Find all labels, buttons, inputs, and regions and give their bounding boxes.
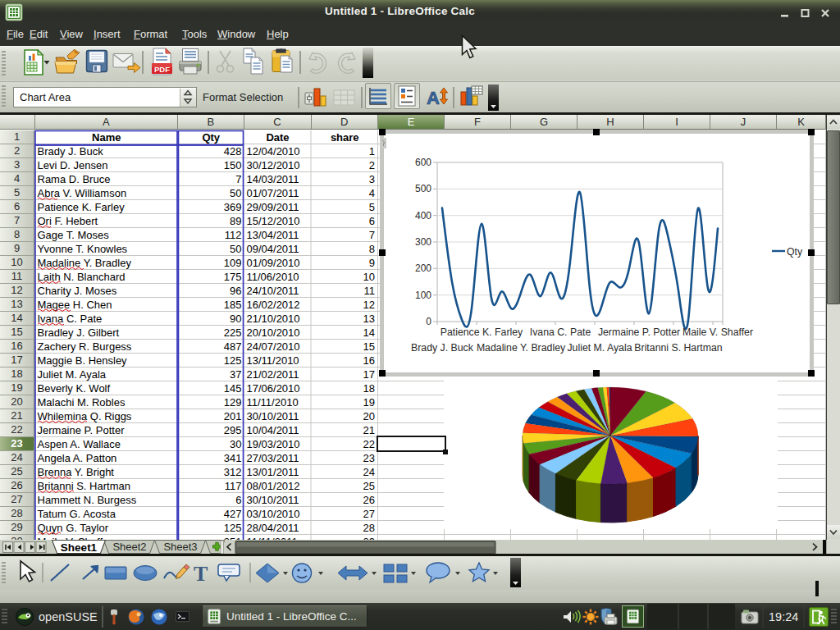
svg-text:PDF: PDF — [154, 65, 170, 74]
svg-text:Juliet M. Ayala: Juliet M. Ayala — [567, 342, 632, 354]
svg-text:300: 300 — [415, 236, 431, 248]
svg-text:600: 600 — [415, 157, 431, 168]
svg-text:100: 100 — [415, 290, 431, 301]
svg-text:200: 200 — [415, 262, 431, 274]
svg-text:Ivana C. Pate: Ivana C. Pate — [530, 326, 591, 338]
svg-text:Qty: Qty — [787, 246, 803, 258]
svg-text:Madaline Y. Bradley: Madaline Y. Bradley — [477, 342, 566, 354]
svg-text:Brady J. Buck: Brady J. Buck — [411, 342, 474, 354]
svg-text:Maile V. Shaffer: Maile V. Shaffer — [682, 326, 753, 338]
svg-text:500: 500 — [415, 183, 431, 194]
svg-text:0: 0 — [426, 316, 431, 327]
svg-text:Jermaine P. Potter: Jermaine P. Potter — [598, 326, 680, 338]
svg-text:400: 400 — [415, 210, 431, 221]
svg-text:Sheet2: Sheet2 — [112, 541, 146, 553]
svg-text:T: T — [194, 562, 208, 586]
svg-text:Patience K. Farley: Patience K. Farley — [441, 326, 523, 338]
svg-text:Sheet1: Sheet1 — [61, 541, 98, 553]
svg-text:Sheet3: Sheet3 — [163, 541, 197, 553]
svg-text:Britanni S. Hartman: Britanni S. Hartman — [634, 342, 722, 354]
svg-text:A: A — [427, 88, 440, 108]
